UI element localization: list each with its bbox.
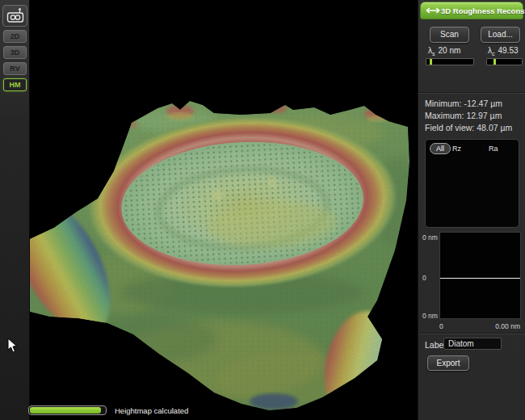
tab-rz[interactable]: Rz <box>452 145 461 153</box>
roughness-panel: 3D Roughness Reconstruction X Scan Load.… <box>418 0 525 420</box>
load-button[interactable]: Load... <box>481 27 520 43</box>
viewport-3d[interactable]: Heightmap calculated <box>30 0 418 420</box>
panel-title: 3D Roughness Reconstruction <box>441 6 525 15</box>
divider <box>418 92 525 94</box>
slider-handle[interactable] <box>430 59 432 65</box>
view-hm-button[interactable]: HM <box>3 78 27 91</box>
roughness-result-panel: All Rz Ra <box>425 139 519 228</box>
view-3d-button[interactable]: 3D <box>3 46 27 59</box>
progress-fill <box>30 407 101 414</box>
graph-x-max-label: 0.00 nm <box>495 322 520 330</box>
app-window: 2D 3D RV HM <box>0 0 525 420</box>
zero-line <box>440 278 520 279</box>
view-rv-button[interactable]: RV <box>3 62 27 75</box>
view-2d-button[interactable]: 2D <box>3 30 27 43</box>
graph-y-top-label: 0 nm <box>422 233 438 242</box>
divider <box>418 333 525 334</box>
camera-view-button[interactable] <box>2 5 27 27</box>
export-button[interactable]: Export <box>427 355 469 371</box>
panel-header[interactable]: 3D Roughness Reconstruction X <box>420 2 523 19</box>
lambda-s-slider[interactable] <box>426 58 474 65</box>
label-caption: Label <box>425 340 446 350</box>
stat-field-of-view: Field of view:48.07 µm <box>425 123 512 132</box>
camera-icon <box>6 8 24 23</box>
label-input[interactable] <box>443 338 502 350</box>
progress-bar <box>28 405 107 415</box>
graph-y-bottom-label: 0 nm <box>422 312 438 320</box>
tab-all[interactable]: All <box>430 143 451 154</box>
slider-handle[interactable] <box>494 59 496 65</box>
heightmap-render[interactable] <box>30 0 418 420</box>
graph-y-mid-label: 0 <box>422 274 426 282</box>
tab-ra[interactable]: Ra <box>489 145 498 153</box>
lambda-c-slider[interactable] <box>486 58 523 65</box>
stat-maximum: Maximum:12.97 µm <box>425 111 502 120</box>
lambda-s-label: λs20 nm <box>428 46 460 57</box>
profile-plot <box>439 232 521 319</box>
scan-button[interactable]: Scan <box>430 27 469 43</box>
left-toolbar: 2D 3D RV HM <box>0 0 30 420</box>
status-message: Heightmap calculated <box>115 406 188 415</box>
move-arrows-icon <box>425 6 441 15</box>
graph-x-min-label: 0 <box>439 322 443 330</box>
stat-minimum: Minimum:-12.47 µm <box>425 99 502 108</box>
status-bar: Heightmap calculated <box>30 402 418 420</box>
